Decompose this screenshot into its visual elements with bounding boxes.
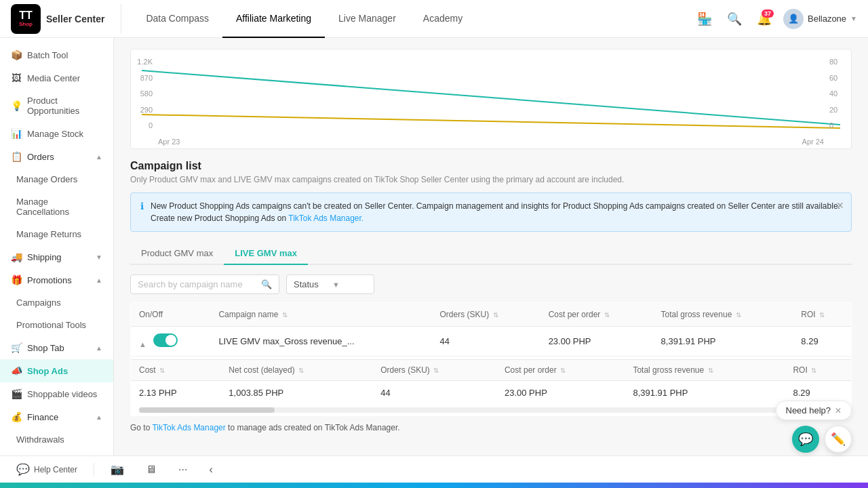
tab-product-gmv-max[interactable]: Product GMV max <box>130 243 224 265</box>
bottom-separator <box>94 463 94 476</box>
sidebar-item-shoppable-videos[interactable]: 🎬 Shoppable videos <box>0 382 113 405</box>
sidebar-section-finance[interactable]: 💰 Finance ▲ <box>0 405 113 428</box>
main-content: 1.2K 870 580 290 0 80 60 40 20 0 Apr 23 … <box>114 38 868 455</box>
nav-right: 🏪 🔍 🔔 37 👤 Bellazone ▼ <box>694 8 857 30</box>
help-center-icon: 💬 <box>16 463 30 476</box>
sub-cell-cost: 2.13 PHP <box>131 381 220 405</box>
help-icon-button[interactable]: ✏️ <box>825 426 852 453</box>
sort-net-cost-icon[interactable]: ⇅ <box>298 367 304 374</box>
chart-svg <box>142 60 840 135</box>
sidebar-item-manage-cancellations[interactable]: Manage Cancellations <box>5 190 113 223</box>
bottom-more-btn[interactable]: ··· <box>173 461 193 479</box>
sort-roi-icon[interactable]: ⇅ <box>819 311 825 319</box>
bottom-back-btn[interactable]: ‹ <box>203 461 218 479</box>
sidebar-item-campaigns[interactable]: Campaigns <box>5 291 113 314</box>
expand-row-icon[interactable]: ▲ <box>139 340 146 348</box>
notification-badge: 37 <box>762 9 774 18</box>
bottom-screen-btn[interactable]: 🖥 <box>140 461 162 479</box>
logo-area[interactable]: TT Shop Seller Center <box>11 4 121 34</box>
sidebar-label-campaigns: Campaigns <box>16 298 61 308</box>
sub-th-orders-sku: Orders (SKU) ⇅ <box>372 360 496 381</box>
sort-cost-icon[interactable]: ⇅ <box>159 367 165 374</box>
sidebar-item-promotional-tools[interactable]: Promotional Tools <box>5 314 113 336</box>
seller-center-label: Seller Center <box>46 14 104 24</box>
search-icon: 🔍 <box>261 279 272 289</box>
notification-btn[interactable]: 🔔 37 <box>753 8 775 30</box>
sub-cell-orders: 44 <box>372 381 496 405</box>
user-menu[interactable]: 👤 Bellazone ▼ <box>783 9 857 29</box>
close-chat-bubble-button[interactable]: ✕ <box>835 406 842 415</box>
tab-live-gmv-max[interactable]: LIVE GMV max <box>224 243 308 265</box>
sidebar-item-product-opportunities[interactable]: 💡 Product Opportunities <box>0 89 113 122</box>
nav-live-manager[interactable]: Live Manager <box>325 0 410 38</box>
sort-sub-revenue-icon[interactable]: ⇅ <box>708 367 713 374</box>
sort-orders-icon[interactable]: ⇅ <box>493 311 498 319</box>
status-label: Status <box>294 279 328 289</box>
more-icon: ··· <box>178 464 187 476</box>
sidebar-label-product-opportunities: Product Opportunities <box>27 96 102 116</box>
close-banner-button[interactable]: ✕ <box>836 200 844 211</box>
sidebar-sub-promotions: Campaigns Promotional Tools <box>0 291 113 336</box>
table-header-row: On/Off Campaign name ⇅ Orders (SKU) ⇅ Co… <box>131 303 852 327</box>
sidebar-section-promotions[interactable]: 🎁 Promotions ▲ <box>0 268 113 291</box>
shipping-icon: 🚚 <box>11 251 22 262</box>
sidebar-label-shoppable-videos: Shoppable videos <box>27 389 97 399</box>
store-icon-btn[interactable]: 🏪 <box>694 8 715 30</box>
sidebar-section-shop-tab[interactable]: 🛒 Shop Tab ▲ <box>0 336 113 359</box>
nav-data-compass[interactable]: Data Compass <box>132 0 222 38</box>
filter-row: 🔍 Status ▼ <box>130 274 852 294</box>
product-opportunities-icon: 💡 <box>11 100 22 111</box>
campaign-search-input[interactable] <box>138 279 257 289</box>
sidebar-label-orders: Orders <box>27 152 54 162</box>
top-navigation: TT Shop Seller Center Data Compass Affil… <box>0 0 868 38</box>
sidebar-item-batch-tool[interactable]: 📦 Batch Tool <box>0 43 113 66</box>
x-label-apr23: Apr 23 <box>158 138 180 146</box>
y-label-580: 580 <box>140 89 153 98</box>
sidebar-section-orders[interactable]: 📋 Orders ▲ <box>0 145 113 168</box>
sidebar-item-withdrawals[interactable]: Withdrawals <box>5 428 113 451</box>
performance-chart: 1.2K 870 580 290 0 80 60 40 20 0 Apr 23 … <box>130 49 852 149</box>
nav-academy[interactable]: Academy <box>410 0 476 38</box>
sidebar-section-shipping[interactable]: 🚚 Shipping ▼ <box>0 245 113 268</box>
sidebar-item-media-center[interactable]: 🖼 Media Center <box>0 66 113 89</box>
sidebar-item-shop-ads[interactable]: 📣 Shop Ads <box>0 359 113 382</box>
need-help-bubble: Need help? ✕ <box>776 401 852 420</box>
th-orders-sku: Orders (SKU) ⇅ <box>432 303 540 327</box>
sidebar-item-transactions[interactable]: Transactions <box>5 451 113 455</box>
y-label-870: 870 <box>140 74 153 82</box>
scrollbar-thumb[interactable] <box>139 407 275 413</box>
nav-affiliate-marketing[interactable]: Affiliate Marketing <box>222 0 325 38</box>
orders-icon: 📋 <box>11 151 22 162</box>
sort-cost-order-icon[interactable]: ⇅ <box>604 311 610 319</box>
sidebar-label-manage-stock: Manage Stock <box>27 129 83 139</box>
scrollbar-track[interactable] <box>139 407 843 413</box>
chat-button[interactable]: 💬 <box>792 426 819 453</box>
screen-icon: 🖥 <box>146 464 157 476</box>
need-help-text: Need help? <box>786 405 831 415</box>
batch-tool-icon: 📦 <box>11 49 22 60</box>
search-icon-btn[interactable]: 🔍 <box>724 8 745 30</box>
tiktok-ads-manager-link-footer[interactable]: TikTok Ads Manager <box>152 423 225 432</box>
tiktok-ads-manager-link-banner[interactable]: TikTok Ads Manager. <box>288 214 363 223</box>
bottom-camera-btn[interactable]: 📷 <box>105 460 130 479</box>
y-label-40: 40 <box>829 89 837 98</box>
sort-sub-orders-icon[interactable]: ⇅ <box>433 367 439 374</box>
th-on-off: On/Off <box>131 303 211 327</box>
info-banner-text: New Product Shopping Ads campaigns can't… <box>151 200 842 224</box>
campaign-search-box[interactable]: 🔍 <box>130 274 279 294</box>
bottom-help-center[interactable]: 💬 Help Center <box>11 460 83 479</box>
sidebar-item-manage-returns[interactable]: Manage Returns <box>5 223 113 245</box>
sidebar-item-manage-stock[interactable]: 📊 Manage Stock <box>0 122 113 145</box>
shop-ads-icon: 📣 <box>11 365 22 376</box>
sort-sub-cost-icon[interactable]: ⇅ <box>560 367 566 374</box>
campaign-list-desc: Only Product GMV max and LIVE GMV max ca… <box>130 175 852 184</box>
cell-total-revenue: 8,391.91 PHP <box>653 327 793 357</box>
cell-campaign-name: LIVE GMV max_Gross revenue_... <box>210 327 431 357</box>
status-dropdown[interactable]: Status ▼ <box>286 274 374 294</box>
sort-revenue-icon[interactable]: ⇅ <box>736 311 741 319</box>
sidebar-item-manage-orders[interactable]: Manage Orders <box>5 168 113 190</box>
sort-campaign-name-icon[interactable]: ⇅ <box>282 311 288 319</box>
sort-sub-roi-icon[interactable]: ⇅ <box>811 367 816 374</box>
sub-table-row: Cost ⇅ Net cost (delayed) ⇅ Orders (SKU) <box>131 357 852 416</box>
campaign-toggle[interactable] <box>153 333 178 347</box>
